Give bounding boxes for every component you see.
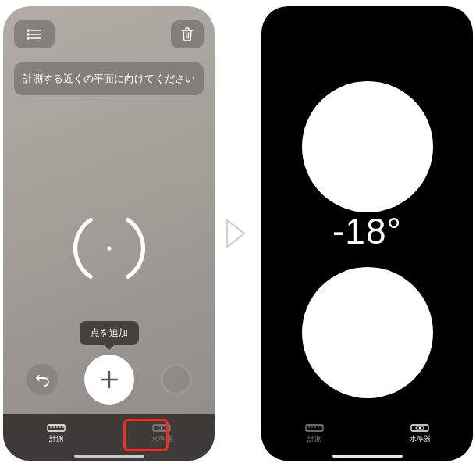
- ruler-icon: [47, 423, 66, 433]
- tab-level[interactable]: 水準器: [368, 414, 474, 453]
- add-point-button[interactable]: [84, 355, 134, 405]
- home-indicator: [332, 455, 403, 458]
- svg-point-0: [27, 30, 29, 31]
- undo-button[interactable]: [27, 364, 58, 395]
- list-icon: [27, 29, 42, 40]
- tab-label: 水準器: [410, 434, 431, 444]
- level-bubble-top: [302, 81, 433, 212]
- undo-icon: [35, 373, 49, 387]
- level-icon: [410, 423, 429, 433]
- tab-bar: 計測 水準器: [3, 414, 215, 461]
- bottom-controls: [3, 355, 215, 405]
- list-button[interactable]: [14, 20, 55, 48]
- svg-rect-21: [306, 425, 323, 431]
- tab-measure[interactable]: 計測: [261, 414, 368, 453]
- instruction-banner: 計測する近くの平面に向けてください: [14, 62, 204, 95]
- add-point-tooltip: 点を追加: [80, 321, 139, 345]
- topbar: [14, 20, 204, 48]
- tab-measure[interactable]: 計測: [3, 414, 109, 453]
- level-bubble-bottom: [302, 267, 433, 398]
- phone-level-screen: -18° 計測 水準器: [261, 6, 473, 461]
- delete-button[interactable]: [171, 20, 204, 48]
- svg-point-9: [107, 246, 111, 250]
- svg-point-29: [419, 426, 421, 429]
- tab-label: 計測: [49, 434, 63, 444]
- tab-level[interactable]: 水準器: [109, 414, 215, 453]
- measure-reticle: [69, 208, 150, 289]
- level-icon: [152, 423, 171, 433]
- level-display[interactable]: -18°: [261, 53, 473, 414]
- angle-readout: -18°: [332, 210, 402, 252]
- svg-point-4: [27, 37, 29, 39]
- plus-icon: [98, 369, 120, 390]
- svg-point-2: [27, 34, 29, 35]
- home-indicator: [74, 455, 144, 458]
- ruler-icon: [305, 423, 324, 433]
- tab-label: 水準器: [151, 434, 172, 444]
- svg-point-20: [161, 426, 163, 429]
- capture-button[interactable]: [161, 364, 192, 395]
- arrow-right-icon: [222, 212, 254, 255]
- trash-icon: [181, 27, 194, 41]
- tab-bar: 計測 水準器: [261, 414, 473, 461]
- svg-rect-12: [48, 425, 65, 431]
- tab-label: 計測: [307, 434, 321, 444]
- phone-measure-screen: 計測する近くの平面に向けてください 点を追加 計測 水準器: [3, 6, 215, 461]
